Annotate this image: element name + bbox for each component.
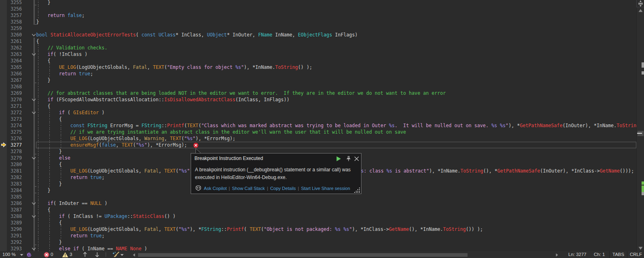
link-show-call-stack[interactable]: Show Call Stack [232, 186, 265, 191]
code-line-3264[interactable]: 3264{ [0, 58, 644, 64]
hscroll-right-arrow[interactable] [556, 253, 558, 257]
code-line-3291[interactable]: 3291return true; [0, 232, 644, 239]
code-line-3288[interactable]: 3288if ( InClass != UPackage::StaticClas… [0, 213, 644, 220]
code-line-3260[interactable]: 3260bool StaticAllocateObjectErrorTests(… [0, 32, 644, 38]
code-line-3268[interactable]: 3268 [0, 83, 644, 90]
code-area[interactable]: 3255}32563257return false;3258}32593260b… [0, 0, 644, 251]
code-text: UE_LOG(LogUObjectGlobals, Warning, TEXT(… [36, 135, 236, 142]
code-line-3263[interactable]: 3263if( !InClass ) [0, 51, 644, 58]
breakpoint-error-icon[interactable] [193, 143, 199, 148]
code-line-3287[interactable]: 3287{ [0, 207, 644, 213]
code-line-3286[interactable]: 3286if( InOuter == NULL ) [0, 200, 644, 207]
fold-chevron-icon[interactable] [32, 215, 36, 218]
horizontal-scrollbar-thumb[interactable] [138, 253, 468, 257]
code-line-3277[interactable]: 3277ensureMsgf(false, TEXT("%s"), *Error… [0, 142, 644, 148]
popup-message: A breakpoint instruction (__debugbreak()… [195, 166, 361, 181]
indent-mode-indicator[interactable]: TABS [612, 252, 624, 258]
code-line-3266[interactable]: 3266return true; [0, 70, 644, 77]
line-ending-indicator[interactable]: CRLF [630, 252, 642, 258]
line-number: 3279 [7, 155, 22, 161]
code-line-3274[interactable]: 3274const FString ErrorMsg = FString::Pr… [0, 122, 644, 129]
warning-count[interactable]: 3 [70, 252, 72, 258]
code-line-3269[interactable]: 3269// for abstract classes that are bei… [0, 90, 644, 96]
scrollbar-annotation-mark [642, 192, 644, 195]
statusbar-divider [627, 251, 627, 258]
code-line-3292[interactable]: 3292} [0, 239, 644, 245]
code-line-3271[interactable]: 3271{ [0, 103, 644, 109]
code-text: bool StaticAllocateObjectErrorTests( con… [36, 32, 358, 38]
line-number: 3281 [7, 168, 22, 174]
code-line-3267[interactable]: 3267} [0, 77, 644, 83]
line-number: 3263 [7, 51, 22, 58]
scrollbar-caret-marker [637, 133, 642, 134]
code-line-3258[interactable]: 3258} [0, 19, 644, 25]
feedback-swirl-icon[interactable] [26, 252, 32, 258]
code-line-3289[interactable]: 3289{ [0, 220, 644, 226]
warning-badge-icon[interactable] [62, 252, 68, 258]
code-text: } [36, 181, 62, 187]
scroll-down-arrow[interactable] [638, 247, 643, 250]
code-line-3270[interactable]: 3270if (FScopedAllowAbstractClassAllocat… [0, 96, 644, 103]
popup-callout-notch [196, 148, 201, 154]
popup-links: Ask Copilot|Show Call Stack|Copy Details… [195, 185, 362, 191]
fold-chevron-icon[interactable] [32, 202, 36, 205]
line-number: 3282 [7, 174, 22, 181]
instruction-pointer-icon [1, 142, 6, 147]
line-number: 3271 [7, 103, 22, 109]
line-number: 3289 [7, 220, 22, 226]
popup-message-line2: executed in HelloEditor-Win64-Debug.exe. [195, 174, 361, 181]
statusbar-divider [25, 251, 26, 258]
vertical-scrollbar[interactable] [636, 0, 644, 258]
next-issue-arrow-icon[interactable] [95, 252, 100, 257]
zoom-level[interactable]: 100 % [2, 252, 16, 258]
splitter-handle[interactable] [636, 0, 644, 7]
code-text: { [36, 58, 51, 64]
code-line-3261[interactable]: 3261{ [0, 38, 644, 45]
resize-grip[interactable] [354, 188, 360, 193]
popup-message-line1: A breakpoint instruction (__debugbreak()… [195, 166, 361, 174]
split-window-icon [637, 0, 644, 7]
cleanup-dropdown-caret[interactable] [120, 254, 124, 256]
link-start-live-share[interactable]: Start Live Share session [301, 186, 350, 191]
fold-chevron-icon[interactable] [32, 111, 36, 115]
error-count[interactable]: 0 [51, 252, 53, 258]
line-number: 3267 [7, 77, 22, 83]
scroll-up-arrow[interactable] [638, 9, 643, 12]
link-copy-details[interactable]: Copy Details [270, 186, 295, 191]
prev-issue-arrow-icon[interactable] [83, 252, 87, 257]
code-text: else [36, 155, 70, 161]
hscroll-left-arrow[interactable] [133, 253, 135, 257]
line-indicator[interactable]: Ln: 3277 [568, 252, 587, 258]
code-line-3262[interactable]: 3262// Validation checks. [0, 45, 644, 51]
fold-chevron-icon[interactable] [32, 33, 36, 37]
code-line-3257[interactable]: 3257return false; [0, 12, 644, 19]
code-line-3275[interactable]: 3275// if we are trying instantiate an a… [0, 129, 644, 135]
continue-play-icon[interactable] [336, 156, 341, 162]
link-ask-copilot[interactable]: Ask Copilot [204, 186, 227, 191]
code-text: { [36, 103, 51, 109]
line-number: 3259 [7, 25, 22, 32]
code-line-3255[interactable]: 3255} [0, 0, 644, 6]
error-badge-icon[interactable] [44, 252, 49, 258]
fold-chevron-icon[interactable] [32, 98, 36, 102]
code-line-3273[interactable]: 3273{ [0, 116, 644, 122]
fold-chevron-icon[interactable] [32, 156, 36, 160]
code-line-3265[interactable]: 3265UE_LOG(LogUObjectGlobals, Fatal, TEX… [0, 64, 644, 70]
zoom-dropdown-caret[interactable] [20, 254, 23, 256]
column-indicator[interactable]: Ch: 1 [594, 252, 605, 258]
code-line-3259[interactable]: 3259 [0, 25, 644, 32]
line-number: 3284 [7, 187, 22, 194]
code-text: if( InOuter == NULL ) [36, 200, 108, 207]
pin-icon[interactable] [346, 156, 351, 162]
code-text: { [36, 220, 62, 226]
code-line-3276[interactable]: 3276UE_LOG(LogUObjectGlobals, Warning, T… [0, 135, 644, 142]
code-line-3272[interactable]: 3272if ( GIsEditor ) [0, 109, 644, 116]
code-cleanup-broom-icon[interactable] [112, 252, 119, 258]
code-line-3290[interactable]: 3290UE_LOG(LogUObjectGlobals, Fatal, TEX… [0, 226, 644, 232]
close-icon[interactable] [354, 156, 359, 161]
code-line-3256[interactable]: 3256 [0, 6, 644, 12]
code-text: const FString ErrorMsg = FString::Printf… [36, 122, 644, 129]
fold-chevron-icon[interactable] [32, 247, 36, 251]
code-line-3285[interactable]: 3285 [0, 194, 644, 200]
fold-chevron-icon[interactable] [32, 53, 36, 56]
